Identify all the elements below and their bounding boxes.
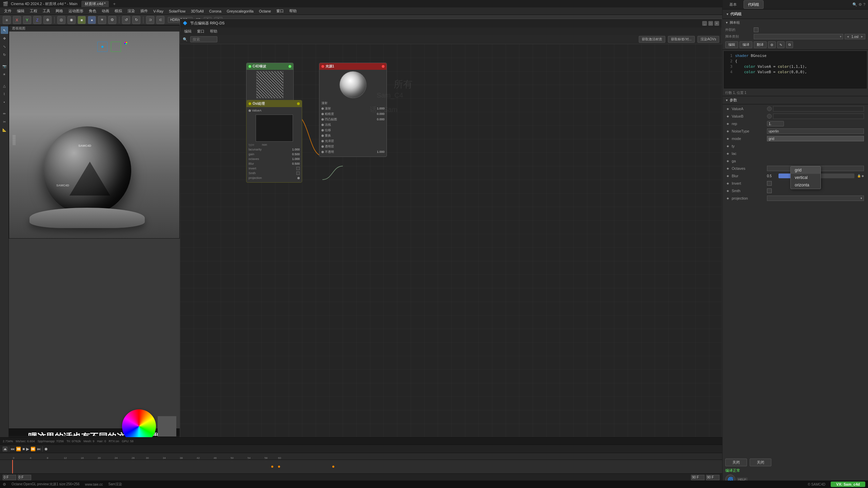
dropdown-item-orizonta[interactable]: orizonta	[791, 181, 821, 189]
btn-record[interactable]: ⏺	[44, 447, 48, 451]
osl-invert-check[interactable]	[296, 167, 300, 170]
param-noisetype-dropdown[interactable]: uperlin	[767, 128, 864, 134]
menu-octane[interactable]: Octane	[256, 8, 274, 14]
toolbar-child[interactable]: ⊂	[156, 16, 164, 24]
btn-icon-2[interactable]: ✎	[777, 41, 785, 48]
menu-mograph[interactable]: 运动图形	[66, 8, 86, 14]
param-smth-check[interactable]	[767, 188, 772, 193]
tool-rotate[interactable]: ↻	[1, 51, 8, 58]
timeline-icon[interactable]: ⏏	[3, 447, 7, 451]
tab-code-group[interactable]: 代码组	[744, 0, 764, 9]
tool-edge[interactable]: ⌇	[1, 90, 8, 98]
param-proj-dropdown[interactable]: ▾	[767, 196, 864, 201]
input-end-frame-1[interactable]	[691, 475, 705, 480]
btn-translate[interactable]: 翻译	[754, 41, 767, 48]
param-dot-valueB[interactable]	[767, 114, 772, 119]
param-dot-valueA[interactable]	[767, 106, 772, 111]
main-viewport[interactable]: 透视视图 SAMC4D SAMC4D |||||||||||||	[9, 25, 180, 239]
menu-corona[interactable]: Corona	[206, 8, 224, 14]
menu-help[interactable]: 帮助	[287, 8, 299, 14]
toolbar-select2[interactable]: ◉	[67, 16, 76, 24]
menu-animation[interactable]: 动画	[99, 8, 112, 14]
dropdown-item-vertical[interactable]: vertical	[791, 174, 821, 181]
tool-camera[interactable]: 📷	[1, 62, 8, 70]
toolbar-axis[interactable]: ⊕	[43, 16, 52, 24]
btn-icon-3[interactable]: ⧉	[786, 41, 793, 48]
input-end-frame-2[interactable]	[706, 475, 719, 480]
octane-menu-help[interactable]: 帮助	[209, 29, 219, 34]
tool-knife[interactable]: ✂	[1, 118, 8, 125]
menu-mesh[interactable]: 网格	[53, 8, 66, 14]
toolbar-x[interactable]: X	[13, 16, 21, 24]
tool-move[interactable]: ✥	[1, 35, 8, 42]
btn-compile[interactable]: 编译	[739, 41, 752, 48]
menu-greyscale[interactable]: Greyscalegorilla	[224, 8, 256, 14]
btn-icon-1[interactable]: ⚙	[768, 41, 776, 48]
tab-basic[interactable]: 基本	[725, 1, 741, 8]
input-current-frame[interactable]	[3, 475, 16, 480]
mode-dropdown-popup[interactable]: grid vertical orizonta	[790, 166, 821, 189]
btn-close-2[interactable]: 关闭	[750, 459, 771, 466]
toolbar-cube[interactable]: ■	[78, 16, 86, 24]
menu-character[interactable]: 角色	[86, 8, 99, 14]
tool-select[interactable]: ↖	[1, 26, 8, 34]
toolbar-light[interactable]: ☀	[98, 16, 106, 24]
btn-edit[interactable]: 编辑	[725, 41, 738, 48]
toolbar-sphere[interactable]: ●	[88, 16, 96, 24]
menu-edit[interactable]: 编辑	[14, 8, 27, 14]
menu-file[interactable]: 文件	[1, 8, 14, 14]
menu-window[interactable]: 窗口	[274, 8, 287, 14]
keyframe-3[interactable]	[332, 466, 334, 468]
right-search-icon[interactable]: 🔍	[852, 2, 857, 7]
toolbar-select1[interactable]: ◎	[57, 16, 65, 24]
toolbar-parent[interactable]: ⊃	[146, 16, 154, 24]
toolbar-settings[interactable]: ⚙	[108, 16, 116, 24]
menu-solarflow[interactable]: SolarFlow	[166, 8, 188, 14]
menu-plugins[interactable]: 插件	[138, 8, 151, 14]
octane-win-minimize[interactable]: _	[702, 21, 707, 26]
dropdown-item-grid[interactable]: grid	[791, 166, 821, 174]
node-light[interactable]: 光源1 漫射 漫射 1.000 粗糙度 0.000	[319, 63, 387, 157]
color-swatch[interactable]	[158, 416, 176, 436]
tool-polygon[interactable]: △	[1, 82, 8, 89]
right-settings-icon[interactable]: ⚙	[859, 2, 862, 7]
btn-play-end[interactable]: ⏭	[37, 447, 41, 451]
script-type-dropdown[interactable]: ▾	[754, 34, 843, 39]
btn-close-1[interactable]: 关闭	[725, 459, 747, 466]
toolbar-y[interactable]: Y	[23, 16, 31, 24]
keyframe-1[interactable]	[271, 466, 273, 468]
param-mode-dropdown[interactable]: grid	[767, 136, 864, 141]
param-input-rep[interactable]	[767, 121, 784, 126]
btn-play[interactable]: ▶	[26, 447, 29, 451]
btn-stop[interactable]: ■	[22, 447, 25, 451]
menu-project[interactable]: 工程	[27, 8, 40, 14]
tool-measure[interactable]: 📐	[1, 126, 8, 134]
app-tab-new[interactable]: +	[110, 1, 118, 7]
octane-btn-materials[interactable]: 获取激活材质	[639, 36, 665, 43]
osl-smth-check[interactable]	[296, 171, 300, 175]
btn-play-start[interactable]: ⏮	[11, 447, 15, 451]
toolbar-undo[interactable]: ↺	[122, 16, 130, 24]
octane-menu-window[interactable]: 窗口	[196, 29, 206, 34]
octane-win-maximize[interactable]: □	[708, 21, 713, 26]
timeline-track[interactable]	[0, 460, 722, 473]
param-invert-check[interactable]	[767, 181, 772, 186]
octane-win-close[interactable]: ×	[714, 21, 719, 26]
octane-search-input[interactable]	[190, 36, 217, 42]
input-start-frame[interactable]	[18, 475, 31, 480]
node-canvas[interactable]: C4D噪波 强 1.000 增 0.500 变换	[180, 44, 722, 445]
tool-scale[interactable]: ⤡	[1, 43, 8, 50]
external-checkbox[interactable]	[754, 27, 758, 32]
octane-btn-tags[interactable]: 获取标签/对...	[668, 36, 695, 43]
app-tab-main[interactable]: 材质球.c4d *	[81, 1, 109, 7]
tool-light[interactable]: ☀	[1, 70, 8, 78]
octane-btn-aovs[interactable]: 渲染AOVs	[697, 36, 719, 43]
viewport-3d[interactable]: SAMC4D SAMC4D |||||||||||||	[9, 32, 179, 238]
menu-vray[interactable]: V-Ray	[151, 8, 166, 14]
toolbar-icon-1[interactable]: ≡	[3, 16, 11, 24]
menu-simulate[interactable]: 模拟	[112, 8, 125, 14]
tool-paint[interactable]: ✏	[1, 110, 8, 117]
code-editor[interactable]: 1 shader BGnoise 2 { 3 color ValueA = co…	[724, 51, 867, 88]
menu-3dtoall[interactable]: 3DToAll	[188, 8, 206, 14]
keyframe-2[interactable]	[278, 466, 280, 468]
